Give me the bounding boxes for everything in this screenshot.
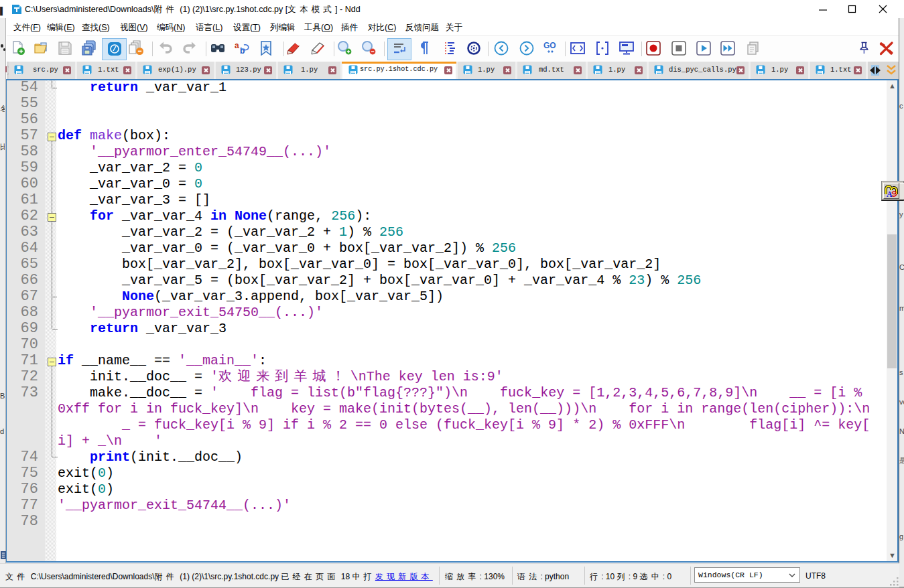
svg-text:A: A bbox=[887, 190, 893, 198]
svg-text:a: a bbox=[235, 41, 239, 50]
svg-text:b: b bbox=[240, 46, 245, 56]
svg-text:GO: GO bbox=[543, 41, 556, 50]
